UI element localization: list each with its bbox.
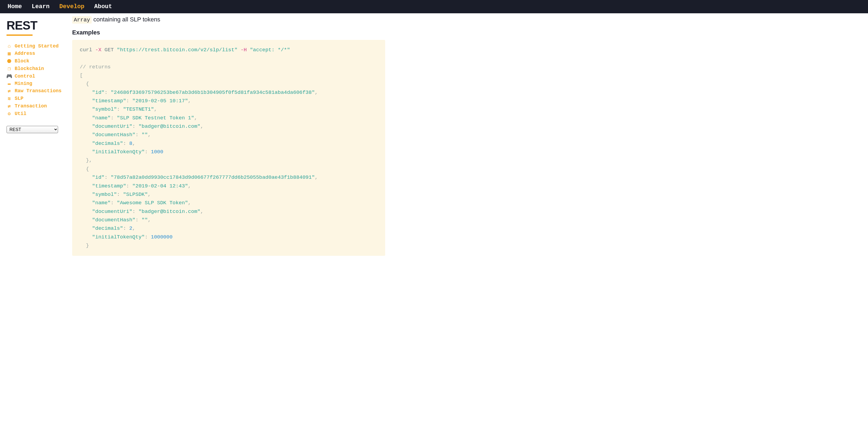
- code-block[interactable]: curl -X GET "https://trest.bitcoin.com/v…: [72, 40, 385, 256]
- cube-icon: ⬣: [6, 58, 12, 64]
- inline-code-array: Array: [72, 16, 92, 24]
- sidebar-item-label: Getting Started: [14, 43, 59, 49]
- sidebar-item-util[interactable]: ⚙Util: [6, 111, 64, 117]
- sidebar-item-raw-transactions[interactable]: ⇄Raw Transactions: [6, 88, 64, 94]
- intro-line: Array containing all SLP tokens: [72, 16, 385, 23]
- sidebar: REST ⌂Getting Started▦Address⬣Block❒Bloc…: [0, 13, 70, 267]
- intro-text: containing all SLP tokens: [92, 16, 160, 23]
- examples-heading: Examples: [72, 29, 385, 36]
- sidebar-item-label: Util: [14, 111, 26, 116]
- gamepad-icon: 🎮: [6, 73, 12, 79]
- top-nav: Home Learn Develop About: [0, 0, 868, 13]
- sidebar-title: REST: [6, 19, 64, 32]
- sidebar-item-label: Blockchain: [14, 66, 44, 71]
- coins-icon: ≋: [6, 95, 12, 101]
- nav-learn[interactable]: Learn: [32, 3, 50, 10]
- sidebar-item-block[interactable]: ⬣Block: [6, 58, 64, 64]
- sidebar-item-mining[interactable]: ▬Mining: [6, 81, 64, 86]
- sidebar-item-slp[interactable]: ≋SLP: [6, 95, 64, 101]
- nav-develop[interactable]: Develop: [59, 3, 84, 10]
- sidebar-item-blockchain[interactable]: ❒Blockchain: [6, 66, 64, 72]
- cubes-icon: ❒: [6, 66, 12, 72]
- sidebar-item-label: Raw Transactions: [14, 88, 62, 94]
- exchange-icon: ⇄: [6, 88, 12, 94]
- sidebar-nav: ⌂Getting Started▦Address⬣Block❒Blockchai…: [6, 43, 64, 117]
- sidebar-item-getting-started[interactable]: ⌂Getting Started: [6, 43, 64, 49]
- qr-icon: ▦: [6, 51, 12, 56]
- sidebar-item-control[interactable]: 🎮Control: [6, 73, 64, 79]
- sidebar-item-label: SLP: [14, 96, 23, 101]
- sidebar-item-label: Transaction: [14, 103, 47, 109]
- main-content: Array containing all SLP tokens Examples…: [70, 13, 396, 267]
- exchange-icon: ⇄: [6, 103, 12, 109]
- home-icon: ⌂: [6, 43, 12, 49]
- nav-home[interactable]: Home: [8, 3, 22, 10]
- sidebar-underline: [6, 34, 33, 36]
- sidebar-select[interactable]: REST: [6, 126, 58, 133]
- sidebar-item-label: Address: [14, 51, 35, 56]
- sidebar-item-label: Block: [14, 58, 29, 64]
- hdd-icon: ▬: [6, 81, 12, 86]
- sidebar-item-address[interactable]: ▦Address: [6, 51, 64, 56]
- sidebar-item-label: Control: [14, 73, 35, 79]
- cogs-icon: ⚙: [6, 111, 12, 117]
- sidebar-item-label: Mining: [14, 81, 32, 86]
- sidebar-item-transaction[interactable]: ⇄Transaction: [6, 103, 64, 109]
- nav-about[interactable]: About: [94, 3, 112, 10]
